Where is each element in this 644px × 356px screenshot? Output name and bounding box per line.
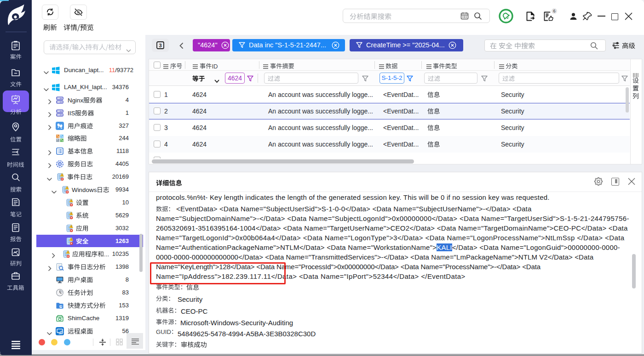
svg-text:3: 3 <box>159 43 161 48</box>
